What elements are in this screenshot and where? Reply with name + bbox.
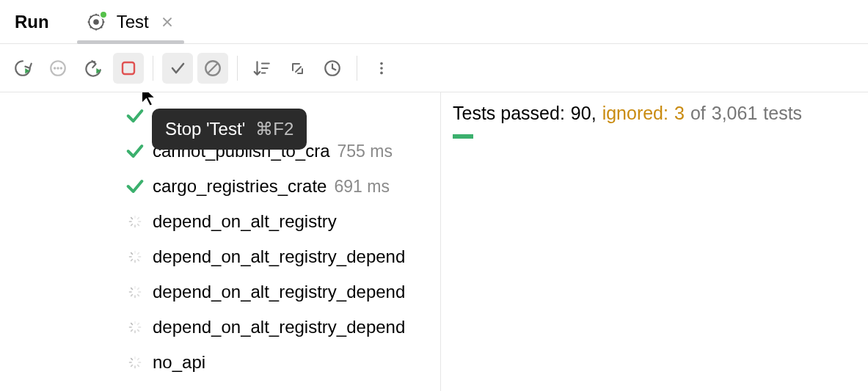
svg-rect-25 [136, 217, 139, 220]
tab-underline [77, 40, 184, 44]
svg-rect-42 [138, 291, 141, 293]
svg-rect-14 [123, 62, 134, 74]
svg-point-13 [60, 67, 62, 69]
svg-rect-59 [136, 364, 139, 367]
svg-rect-45 [131, 293, 134, 296]
test-row[interactable]: no_api [125, 345, 440, 380]
test-row[interactable]: depend_on_alt_registry [125, 204, 440, 239]
spinner-icon [125, 355, 145, 370]
test-row[interactable]: depend_on_alt_registry_depend [125, 310, 440, 345]
toolbar-separator [237, 56, 238, 81]
svg-rect-47 [131, 288, 134, 290]
test-row[interactable]: cargo_registries_crate691 ms [125, 169, 440, 204]
close-tab-icon[interactable] [159, 14, 175, 30]
svg-point-1 [93, 19, 99, 25]
test-row[interactable]: depend_on_alt_registry_depend [125, 274, 440, 310]
test-row[interactable]: depend_on_alt_registry_depend [125, 239, 440, 274]
show-ignored-toggle[interactable] [197, 53, 228, 84]
svg-rect-24 [134, 216, 136, 219]
svg-rect-57 [136, 358, 139, 361]
svg-point-12 [56, 67, 59, 69]
test-time: 755 ms [338, 142, 393, 161]
test-name: depend_on_alt_registry_depend [153, 246, 405, 267]
tooltip-text: Stop 'Test' [165, 119, 245, 139]
spinner-icon [125, 249, 145, 264]
content-area: gist712 mscannot_publish_to_cra755 mscar… [0, 92, 868, 391]
svg-point-21 [380, 62, 383, 65]
more-options-button[interactable] [366, 53, 397, 84]
svg-rect-30 [129, 221, 132, 222]
svg-rect-63 [131, 358, 134, 361]
test-summary: Tests passed: 90, ignored: 3 of 3,061 te… [453, 103, 856, 124]
svg-rect-32 [134, 251, 136, 254]
expand-all-button[interactable] [282, 53, 313, 84]
svg-rect-35 [136, 258, 139, 261]
svg-rect-58 [138, 362, 141, 363]
show-passed-toggle[interactable] [162, 53, 193, 84]
test-runner-toolbar [0, 44, 868, 92]
stop-button[interactable] [113, 53, 144, 84]
svg-rect-55 [131, 323, 134, 326]
svg-rect-46 [129, 291, 132, 293]
spinner-icon [125, 214, 145, 229]
rerun-button[interactable] [7, 53, 38, 84]
spinner-icon [125, 285, 145, 299]
svg-rect-62 [129, 362, 132, 363]
test-name: depend_on_alt_registry_depend [153, 317, 405, 337]
svg-rect-51 [136, 329, 139, 332]
test-name: depend_on_alt_registry_depend [153, 282, 405, 302]
tooltip-shortcut: ⌘F2 [255, 119, 293, 139]
check-icon [125, 141, 145, 161]
rerun-failed-button[interactable] [78, 53, 109, 84]
running-indicator-dot [99, 10, 108, 19]
svg-rect-38 [129, 256, 132, 257]
progress-bar [453, 134, 856, 139]
summary-tests-word: tests [763, 103, 802, 124]
history-button[interactable] [317, 53, 348, 84]
check-icon [125, 176, 145, 197]
svg-rect-31 [131, 217, 134, 220]
test-output-pane: Tests passed: 90, ignored: 3 of 3,061 te… [441, 92, 868, 391]
svg-point-11 [54, 67, 56, 69]
svg-rect-54 [129, 326, 132, 328]
summary-passed-count: 90, [571, 103, 597, 124]
tool-window-header: Run Test [0, 0, 868, 44]
summary-total: 3,061 [712, 103, 758, 124]
svg-rect-49 [136, 323, 139, 326]
svg-point-23 [380, 71, 383, 74]
threads-icon[interactable] [43, 53, 73, 84]
stop-tooltip: Stop 'Test' ⌘F2 [152, 109, 307, 150]
toolbar-separator [153, 56, 153, 81]
rust-icon [86, 12, 106, 32]
svg-point-22 [380, 67, 383, 70]
svg-rect-44 [134, 295, 136, 298]
tab-test[interactable]: Test [81, 0, 180, 43]
svg-rect-40 [134, 286, 136, 289]
svg-rect-34 [138, 256, 141, 257]
test-name: no_api [153, 352, 205, 373]
svg-rect-43 [136, 293, 139, 296]
svg-rect-39 [131, 252, 134, 255]
svg-rect-48 [134, 321, 136, 324]
summary-of: of [690, 103, 706, 124]
svg-rect-37 [131, 258, 134, 261]
test-time: 691 ms [334, 177, 389, 197]
svg-line-16 [208, 63, 218, 73]
svg-rect-60 [134, 365, 136, 368]
run-tool-window-label: Run [10, 12, 54, 32]
summary-ignored-count: 3 [674, 103, 685, 124]
svg-rect-41 [136, 288, 139, 290]
svg-rect-27 [136, 223, 139, 226]
sort-button[interactable] [247, 53, 277, 84]
svg-rect-52 [134, 330, 136, 333]
svg-rect-61 [131, 364, 134, 367]
svg-rect-50 [138, 326, 141, 328]
mouse-cursor-icon [139, 92, 159, 112]
summary-label: Tests passed: [453, 103, 565, 124]
svg-rect-28 [134, 224, 136, 227]
svg-rect-53 [131, 329, 134, 332]
svg-rect-36 [134, 260, 136, 263]
svg-rect-29 [131, 223, 134, 226]
summary-ignored-label: ignored: [602, 103, 668, 124]
svg-rect-26 [138, 221, 141, 222]
